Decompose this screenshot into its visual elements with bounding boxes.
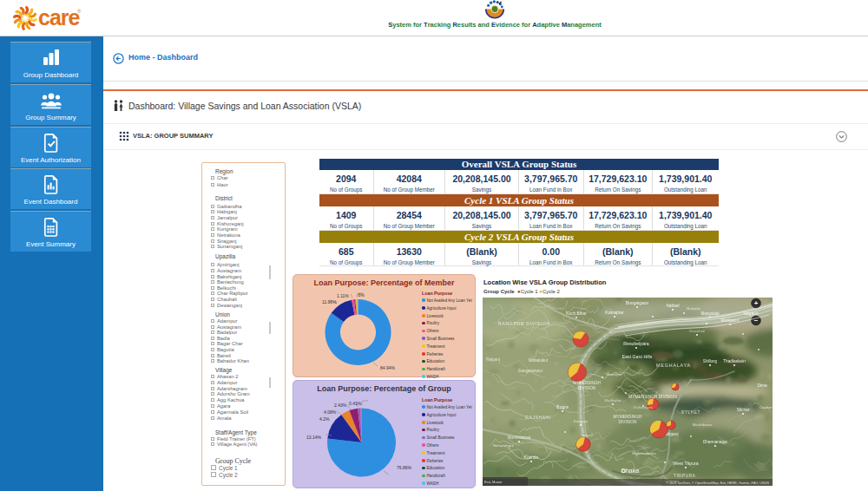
svg-text:Esri, Maxar: Esri, Maxar xyxy=(484,480,503,484)
svg-text:Jamalpur: Jamalpur xyxy=(607,372,622,376)
svg-text:Guwahati: Guwahati xyxy=(689,329,706,333)
svg-text:Cachar: Cachar xyxy=(760,405,773,409)
svg-text:DIVISION: DIVISION xyxy=(618,420,637,424)
svg-text:Nalbari: Nalbari xyxy=(666,304,679,308)
svg-text:Borpeta: Borpeta xyxy=(687,306,700,311)
svg-text:RANGPUR DIVISION: RANGPUR DIVISION xyxy=(498,321,550,326)
svg-text:Kokrajhar: Kokrajhar xyxy=(605,310,624,315)
svg-text:Dima: Dima xyxy=(757,383,767,388)
svg-text:Kushtia: Kushtia xyxy=(524,455,538,460)
svg-text:SYLHET: SYLHET xyxy=(681,410,700,415)
svg-text:Baharampur: Baharampur xyxy=(493,443,515,448)
svg-text:DIVISION: DIVISION xyxy=(578,386,595,390)
svg-text:Koch Bihar: Koch Bihar xyxy=(566,311,587,316)
svg-text:Shillong: Shillong xyxy=(703,359,718,363)
svg-text:RAJSHAHI: RAJSHAHI xyxy=(525,415,551,420)
svg-text:+: + xyxy=(754,299,759,307)
svg-text:Sirajganj: Sirajganj xyxy=(574,419,588,423)
svg-text:Resubelpara: Resubelpara xyxy=(623,341,649,346)
svg-text:TRIPURA: TRIPURA xyxy=(674,474,695,478)
svg-text:MYMENSINGH: MYMENSINGH xyxy=(573,381,601,385)
svg-text:© 2023 TomTom, © OpenStreetMap: © 2023 TomTom, © OpenStreetMap, Esri, HE… xyxy=(666,481,769,485)
svg-text:MEGHALAYA: MEGHALAYA xyxy=(656,363,691,368)
svg-text:Dharmanagar: Dharmanagar xyxy=(703,440,728,444)
svg-text:East Garo Hills: East Garo Hills xyxy=(622,354,653,359)
svg-text:Bogra: Bogra xyxy=(556,404,569,409)
svg-text:Kishoreganj: Kishoreganj xyxy=(634,405,653,409)
svg-text:Bongaigaon: Bongaigaon xyxy=(626,300,649,305)
svg-text:Murshidabad: Murshidabad xyxy=(508,435,531,440)
svg-text:Raiganj: Raiganj xyxy=(486,357,500,362)
svg-text:Thadlaskein: Thadlaskein xyxy=(723,359,746,363)
svg-text:Morigaon: Morigaon xyxy=(721,318,740,323)
svg-text:Tangail: Tangail xyxy=(581,433,592,437)
svg-text:Silchar: Silchar xyxy=(737,408,750,412)
svg-text:Moulvibazar: Moulvibazar xyxy=(693,422,713,427)
svg-text:Brahmanbaria: Brahmanbaria xyxy=(632,451,656,455)
svg-text:Mangaldai: Mangaldai xyxy=(700,311,719,316)
svg-text:Madhupur: Madhupur xyxy=(605,398,621,403)
svg-text:Gangarampur: Gangarampur xyxy=(518,369,543,373)
svg-text:Mithapukur: Mithapukur xyxy=(529,358,549,363)
svg-text:MYMENSINGH DIVISION: MYMENSINGH DIVISION xyxy=(628,395,677,399)
svg-text:MYMENSINGH: MYMENSINGH xyxy=(613,415,642,419)
svg-text:West Tripura: West Tripura xyxy=(673,461,698,466)
